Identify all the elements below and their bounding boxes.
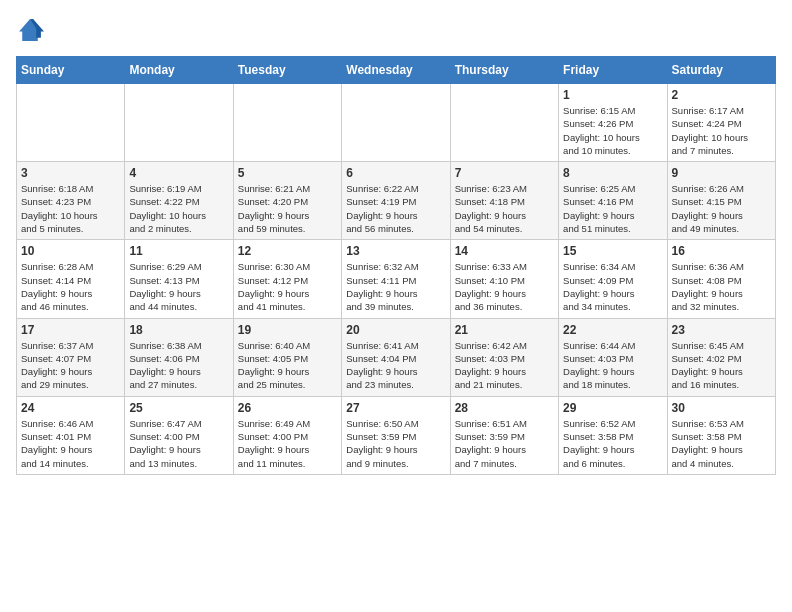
day-info: Sunrise: 6:40 AM Sunset: 4:05 PM Dayligh… (238, 339, 337, 392)
day-number: 30 (672, 401, 771, 415)
day-number: 25 (129, 401, 228, 415)
day-number: 12 (238, 244, 337, 258)
day-info: Sunrise: 6:50 AM Sunset: 3:59 PM Dayligh… (346, 417, 445, 470)
day-info: Sunrise: 6:29 AM Sunset: 4:13 PM Dayligh… (129, 260, 228, 313)
day-number: 5 (238, 166, 337, 180)
day-number: 1 (563, 88, 662, 102)
day-info: Sunrise: 6:53 AM Sunset: 3:58 PM Dayligh… (672, 417, 771, 470)
calendar-cell: 28Sunrise: 6:51 AM Sunset: 3:59 PM Dayli… (450, 396, 558, 474)
day-info: Sunrise: 6:37 AM Sunset: 4:07 PM Dayligh… (21, 339, 120, 392)
calendar-cell: 21Sunrise: 6:42 AM Sunset: 4:03 PM Dayli… (450, 318, 558, 396)
week-row-2: 3Sunrise: 6:18 AM Sunset: 4:23 PM Daylig… (17, 162, 776, 240)
calendar-cell: 24Sunrise: 6:46 AM Sunset: 4:01 PM Dayli… (17, 396, 125, 474)
logo (16, 16, 48, 44)
calendar-cell: 8Sunrise: 6:25 AM Sunset: 4:16 PM Daylig… (559, 162, 667, 240)
calendar-cell (233, 84, 341, 162)
day-number: 8 (563, 166, 662, 180)
weekday-header-row: SundayMondayTuesdayWednesdayThursdayFrid… (17, 57, 776, 84)
day-number: 2 (672, 88, 771, 102)
day-info: Sunrise: 6:42 AM Sunset: 4:03 PM Dayligh… (455, 339, 554, 392)
calendar-cell (125, 84, 233, 162)
day-info: Sunrise: 6:23 AM Sunset: 4:18 PM Dayligh… (455, 182, 554, 235)
weekday-header-wednesday: Wednesday (342, 57, 450, 84)
day-number: 13 (346, 244, 445, 258)
calendar-cell: 11Sunrise: 6:29 AM Sunset: 4:13 PM Dayli… (125, 240, 233, 318)
day-info: Sunrise: 6:38 AM Sunset: 4:06 PM Dayligh… (129, 339, 228, 392)
week-row-1: 1Sunrise: 6:15 AM Sunset: 4:26 PM Daylig… (17, 84, 776, 162)
day-info: Sunrise: 6:41 AM Sunset: 4:04 PM Dayligh… (346, 339, 445, 392)
day-info: Sunrise: 6:30 AM Sunset: 4:12 PM Dayligh… (238, 260, 337, 313)
day-number: 18 (129, 323, 228, 337)
weekday-header-friday: Friday (559, 57, 667, 84)
day-number: 17 (21, 323, 120, 337)
calendar-cell: 15Sunrise: 6:34 AM Sunset: 4:09 PM Dayli… (559, 240, 667, 318)
day-number: 16 (672, 244, 771, 258)
calendar-cell (342, 84, 450, 162)
weekday-header-monday: Monday (125, 57, 233, 84)
weekday-header-sunday: Sunday (17, 57, 125, 84)
day-number: 11 (129, 244, 228, 258)
day-info: Sunrise: 6:15 AM Sunset: 4:26 PM Dayligh… (563, 104, 662, 157)
day-info: Sunrise: 6:34 AM Sunset: 4:09 PM Dayligh… (563, 260, 662, 313)
calendar-cell: 16Sunrise: 6:36 AM Sunset: 4:08 PM Dayli… (667, 240, 775, 318)
day-number: 7 (455, 166, 554, 180)
day-number: 26 (238, 401, 337, 415)
day-number: 9 (672, 166, 771, 180)
day-number: 4 (129, 166, 228, 180)
day-info: Sunrise: 6:45 AM Sunset: 4:02 PM Dayligh… (672, 339, 771, 392)
day-info: Sunrise: 6:19 AM Sunset: 4:22 PM Dayligh… (129, 182, 228, 235)
day-number: 29 (563, 401, 662, 415)
day-number: 14 (455, 244, 554, 258)
day-info: Sunrise: 6:46 AM Sunset: 4:01 PM Dayligh… (21, 417, 120, 470)
logo-icon (16, 16, 44, 44)
day-number: 6 (346, 166, 445, 180)
calendar-cell: 1Sunrise: 6:15 AM Sunset: 4:26 PM Daylig… (559, 84, 667, 162)
day-number: 3 (21, 166, 120, 180)
day-info: Sunrise: 6:28 AM Sunset: 4:14 PM Dayligh… (21, 260, 120, 313)
calendar-cell: 2Sunrise: 6:17 AM Sunset: 4:24 PM Daylig… (667, 84, 775, 162)
calendar-cell: 14Sunrise: 6:33 AM Sunset: 4:10 PM Dayli… (450, 240, 558, 318)
calendar-cell: 26Sunrise: 6:49 AM Sunset: 4:00 PM Dayli… (233, 396, 341, 474)
day-info: Sunrise: 6:47 AM Sunset: 4:00 PM Dayligh… (129, 417, 228, 470)
day-number: 23 (672, 323, 771, 337)
calendar-cell (17, 84, 125, 162)
week-row-5: 24Sunrise: 6:46 AM Sunset: 4:01 PM Dayli… (17, 396, 776, 474)
day-info: Sunrise: 6:49 AM Sunset: 4:00 PM Dayligh… (238, 417, 337, 470)
calendar-cell: 9Sunrise: 6:26 AM Sunset: 4:15 PM Daylig… (667, 162, 775, 240)
calendar-cell: 25Sunrise: 6:47 AM Sunset: 4:00 PM Dayli… (125, 396, 233, 474)
calendar-cell: 10Sunrise: 6:28 AM Sunset: 4:14 PM Dayli… (17, 240, 125, 318)
calendar-cell (450, 84, 558, 162)
day-info: Sunrise: 6:33 AM Sunset: 4:10 PM Dayligh… (455, 260, 554, 313)
day-number: 27 (346, 401, 445, 415)
calendar-cell: 6Sunrise: 6:22 AM Sunset: 4:19 PM Daylig… (342, 162, 450, 240)
weekday-header-tuesday: Tuesday (233, 57, 341, 84)
calendar-cell: 20Sunrise: 6:41 AM Sunset: 4:04 PM Dayli… (342, 318, 450, 396)
calendar-cell: 22Sunrise: 6:44 AM Sunset: 4:03 PM Dayli… (559, 318, 667, 396)
calendar-cell: 27Sunrise: 6:50 AM Sunset: 3:59 PM Dayli… (342, 396, 450, 474)
day-info: Sunrise: 6:36 AM Sunset: 4:08 PM Dayligh… (672, 260, 771, 313)
page-header (16, 16, 776, 44)
day-number: 20 (346, 323, 445, 337)
calendar-cell: 13Sunrise: 6:32 AM Sunset: 4:11 PM Dayli… (342, 240, 450, 318)
calendar-cell: 30Sunrise: 6:53 AM Sunset: 3:58 PM Dayli… (667, 396, 775, 474)
calendar-cell: 17Sunrise: 6:37 AM Sunset: 4:07 PM Dayli… (17, 318, 125, 396)
calendar-cell: 4Sunrise: 6:19 AM Sunset: 4:22 PM Daylig… (125, 162, 233, 240)
day-number: 10 (21, 244, 120, 258)
day-info: Sunrise: 6:21 AM Sunset: 4:20 PM Dayligh… (238, 182, 337, 235)
day-info: Sunrise: 6:22 AM Sunset: 4:19 PM Dayligh… (346, 182, 445, 235)
day-number: 28 (455, 401, 554, 415)
day-number: 21 (455, 323, 554, 337)
calendar-cell: 3Sunrise: 6:18 AM Sunset: 4:23 PM Daylig… (17, 162, 125, 240)
day-number: 15 (563, 244, 662, 258)
calendar-cell: 7Sunrise: 6:23 AM Sunset: 4:18 PM Daylig… (450, 162, 558, 240)
calendar-cell: 19Sunrise: 6:40 AM Sunset: 4:05 PM Dayli… (233, 318, 341, 396)
day-info: Sunrise: 6:44 AM Sunset: 4:03 PM Dayligh… (563, 339, 662, 392)
day-info: Sunrise: 6:52 AM Sunset: 3:58 PM Dayligh… (563, 417, 662, 470)
day-info: Sunrise: 6:26 AM Sunset: 4:15 PM Dayligh… (672, 182, 771, 235)
day-number: 24 (21, 401, 120, 415)
day-info: Sunrise: 6:32 AM Sunset: 4:11 PM Dayligh… (346, 260, 445, 313)
calendar-cell: 18Sunrise: 6:38 AM Sunset: 4:06 PM Dayli… (125, 318, 233, 396)
calendar-cell: 29Sunrise: 6:52 AM Sunset: 3:58 PM Dayli… (559, 396, 667, 474)
day-info: Sunrise: 6:25 AM Sunset: 4:16 PM Dayligh… (563, 182, 662, 235)
day-number: 22 (563, 323, 662, 337)
